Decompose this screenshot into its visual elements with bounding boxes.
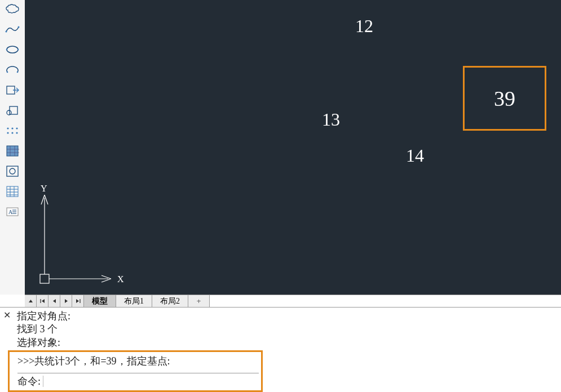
tab-add[interactable]: + xyxy=(188,295,210,307)
ucs-y-label: Y xyxy=(41,184,47,193)
svg-point-5 xyxy=(7,72,8,73)
tab-layout2[interactable]: 布局2 xyxy=(152,295,188,307)
svg-text:A: A xyxy=(8,209,13,215)
svg-point-13 xyxy=(7,132,8,133)
command-history: 指定对角点: 找到 3 个 选择对象: xyxy=(0,308,561,350)
mtext-tool[interactable]: A xyxy=(4,204,21,220)
ucs-icon: Y X xyxy=(33,184,129,290)
command-summary-highlight: >>>共统计3个，和=39，指定基点: 命令: xyxy=(8,350,263,392)
svg-point-6 xyxy=(17,72,19,73)
svg-point-3 xyxy=(6,49,8,51)
svg-point-12 xyxy=(16,127,17,129)
svg-rect-8 xyxy=(10,106,17,114)
point-tool[interactable] xyxy=(4,123,21,139)
hatch-tool[interactable] xyxy=(4,143,21,159)
canvas-text-14: 14 xyxy=(406,146,424,164)
canvas-text-12: 12 xyxy=(355,17,373,35)
revision-cloud-tool[interactable] xyxy=(4,1,21,17)
command-area: ✕ 指定对角点: 找到 3 个 选择对象: >>>共统计3个，和=39，指定基点… xyxy=(0,307,561,392)
tab-nav-first[interactable] xyxy=(37,295,48,307)
command-history-line: 找到 3 个 xyxy=(17,323,559,336)
sum-result-box: 39 xyxy=(463,66,546,131)
svg-point-2 xyxy=(7,46,18,53)
tab-layout1[interactable]: 布局1 xyxy=(116,295,152,307)
svg-point-1 xyxy=(18,26,20,28)
ellipse-tool[interactable] xyxy=(4,42,21,57)
command-prompt-label: 命令: xyxy=(17,375,41,388)
tab-model[interactable]: 模型 xyxy=(84,295,116,307)
command-input[interactable] xyxy=(43,376,259,387)
ellipse-arc-tool[interactable] xyxy=(4,62,21,78)
tab-nav-next[interactable] xyxy=(60,295,72,307)
insert-block-tool[interactable] xyxy=(4,82,21,98)
svg-point-10 xyxy=(7,127,8,129)
make-block-tool[interactable] xyxy=(4,103,21,118)
svg-rect-17 xyxy=(7,166,18,176)
canvas-text-13: 13 xyxy=(322,110,340,128)
svg-point-4 xyxy=(17,49,19,51)
command-history-line: 指定对角点: xyxy=(17,310,559,323)
command-history-line: 选择对象: xyxy=(17,336,559,349)
svg-rect-22 xyxy=(40,274,49,283)
svg-point-11 xyxy=(11,127,13,129)
svg-rect-16 xyxy=(7,146,18,156)
command-close-button[interactable]: ✕ xyxy=(3,310,11,320)
tab-nav-up[interactable] xyxy=(25,295,37,307)
spline-tool[interactable] xyxy=(4,21,21,37)
ucs-x-label: X xyxy=(117,274,124,284)
svg-point-14 xyxy=(11,132,13,133)
layout-tab-bar: 模型 布局1 布局2 + xyxy=(25,295,561,307)
tab-nav-prev[interactable] xyxy=(48,295,60,307)
command-summary-text: >>>共统计3个，和=39，指定基点: xyxy=(17,354,259,368)
draw-toolbar: A xyxy=(0,0,25,295)
sum-result-value: 39 xyxy=(494,86,515,111)
svg-point-0 xyxy=(6,31,7,33)
tab-nav-last[interactable] xyxy=(72,295,84,307)
drawing-canvas[interactable]: 12 13 14 39 Y X xyxy=(25,0,561,295)
svg-point-9 xyxy=(7,110,11,115)
gradient-tool[interactable] xyxy=(4,163,21,179)
table-tool[interactable] xyxy=(4,184,21,199)
svg-point-18 xyxy=(10,168,15,174)
svg-point-15 xyxy=(16,132,17,133)
